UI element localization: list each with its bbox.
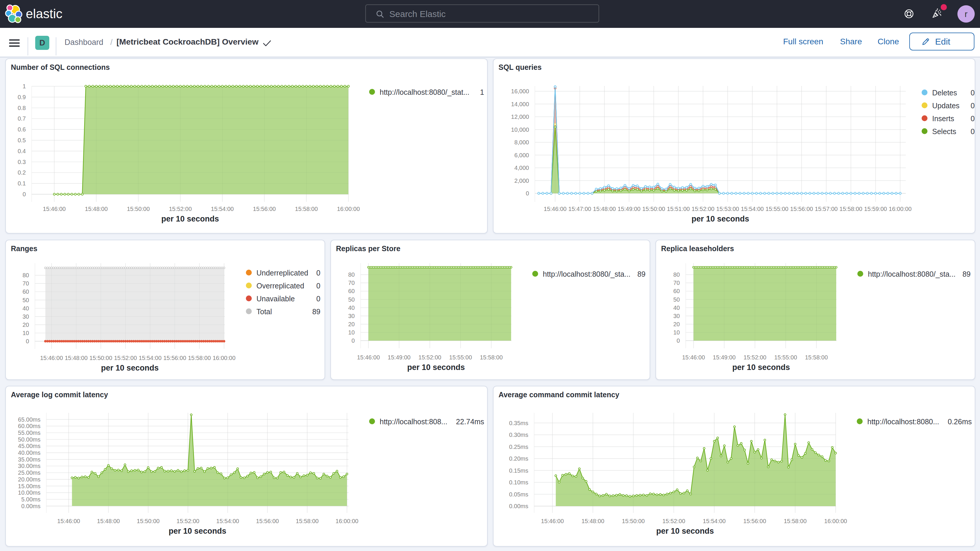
svg-text:70: 70 bbox=[673, 280, 680, 286]
svg-text:20: 20 bbox=[348, 321, 355, 327]
svg-text:4,000: 4,000 bbox=[514, 165, 529, 171]
svg-text:0.2: 0.2 bbox=[18, 169, 26, 176]
svg-text:0.1: 0.1 bbox=[18, 180, 26, 186]
svg-text:http://localhost:808...: http://localhost:808... bbox=[380, 417, 447, 426]
svg-text:80: 80 bbox=[673, 271, 680, 278]
svg-text:1: 1 bbox=[480, 88, 484, 96]
svg-text:0: 0 bbox=[316, 295, 320, 303]
svg-text:16:00:00: 16:00:00 bbox=[889, 205, 912, 212]
svg-text:15:56:00: 15:56:00 bbox=[256, 518, 279, 524]
svg-text:0.30ms: 0.30ms bbox=[509, 432, 528, 438]
svg-text:50: 50 bbox=[673, 296, 680, 303]
svg-text:15:52:00: 15:52:00 bbox=[114, 355, 137, 361]
svg-text:Number of SQL connections: Number of SQL connections bbox=[11, 63, 110, 71]
svg-text:15:49:00: 15:49:00 bbox=[388, 354, 410, 361]
svg-text:Selects: Selects bbox=[932, 127, 956, 135]
svg-text:0.3: 0.3 bbox=[18, 159, 26, 165]
svg-text:15:46:00: 15:46:00 bbox=[57, 518, 80, 524]
svg-text:0.25ms: 0.25ms bbox=[509, 444, 528, 450]
svg-text:15:46:00: 15:46:00 bbox=[43, 205, 66, 212]
svg-text:15:56:00: 15:56:00 bbox=[253, 205, 276, 212]
svg-text:15:46:00: 15:46:00 bbox=[40, 355, 63, 361]
svg-text:15:50:00: 15:50:00 bbox=[137, 518, 160, 524]
svg-text:15:56:00: 15:56:00 bbox=[790, 205, 813, 212]
svg-text:10: 10 bbox=[22, 330, 29, 336]
svg-text:http://localhost:8080/_sta...: http://localhost:8080/_sta... bbox=[543, 270, 630, 278]
svg-text:0.26ms: 0.26ms bbox=[948, 417, 972, 426]
svg-text:15:52:00: 15:52:00 bbox=[418, 354, 441, 361]
svg-text:0: 0 bbox=[316, 282, 320, 290]
svg-text:25.00ms: 25.00ms bbox=[18, 470, 40, 476]
svg-text:15:56:00: 15:56:00 bbox=[164, 355, 186, 361]
svg-text:60: 60 bbox=[348, 288, 355, 294]
svg-text:15:48:00: 15:48:00 bbox=[97, 518, 120, 524]
svg-text:20: 20 bbox=[673, 321, 680, 327]
svg-text:16:00:00: 16:00:00 bbox=[213, 355, 235, 361]
svg-text:0.00ms: 0.00ms bbox=[21, 503, 40, 510]
svg-text:0: 0 bbox=[970, 89, 975, 97]
svg-text:15:50:00: 15:50:00 bbox=[89, 355, 112, 361]
svg-text:15:48:00: 15:48:00 bbox=[65, 355, 88, 361]
svg-text:15:54:00: 15:54:00 bbox=[741, 205, 764, 212]
svg-text:15:46:00: 15:46:00 bbox=[357, 354, 380, 361]
svg-text:5.00ms: 5.00ms bbox=[21, 496, 40, 503]
svg-text:15:50:00: 15:50:00 bbox=[642, 205, 665, 212]
svg-text:80: 80 bbox=[348, 271, 355, 278]
svg-text:15:52:00: 15:52:00 bbox=[692, 205, 714, 212]
svg-text:15:58:00: 15:58:00 bbox=[296, 518, 319, 524]
svg-text:16:00:00: 16:00:00 bbox=[336, 518, 358, 524]
svg-text:70: 70 bbox=[348, 280, 355, 286]
svg-text:50: 50 bbox=[348, 296, 355, 303]
svg-text:15:56:00: 15:56:00 bbox=[743, 518, 766, 524]
svg-text:16:00:00: 16:00:00 bbox=[337, 205, 360, 212]
svg-text:15:52:00: 15:52:00 bbox=[662, 518, 685, 524]
svg-text:15:47:00: 15:47:00 bbox=[568, 205, 591, 212]
svg-text:15:46:00: 15:46:00 bbox=[682, 354, 705, 361]
svg-text:0.6: 0.6 bbox=[18, 126, 26, 133]
svg-text:Total: Total bbox=[256, 307, 272, 316]
svg-text:1: 1 bbox=[22, 83, 26, 89]
svg-text:30.00ms: 30.00ms bbox=[18, 463, 40, 469]
svg-text:15:54:00: 15:54:00 bbox=[216, 518, 239, 524]
svg-text:20: 20 bbox=[22, 322, 29, 328]
svg-text:15:52:00: 15:52:00 bbox=[743, 354, 767, 361]
svg-text:0.5: 0.5 bbox=[18, 137, 26, 143]
svg-text:30: 30 bbox=[22, 313, 29, 320]
svg-text:15:48:00: 15:48:00 bbox=[593, 205, 616, 212]
svg-text:0.15ms: 0.15ms bbox=[509, 467, 528, 474]
svg-text:22.74ms: 22.74ms bbox=[456, 417, 484, 426]
svg-text:16,000: 16,000 bbox=[511, 88, 529, 94]
svg-text:0: 0 bbox=[26, 338, 29, 344]
svg-text:60: 60 bbox=[22, 288, 29, 295]
svg-text:15:51:00: 15:51:00 bbox=[667, 205, 690, 212]
svg-text:per 10 seconds: per 10 seconds bbox=[101, 363, 159, 372]
svg-text:40: 40 bbox=[348, 304, 355, 311]
svg-text:15:50:00: 15:50:00 bbox=[127, 205, 150, 212]
svg-text:15:59:00: 15:59:00 bbox=[864, 205, 887, 212]
svg-text:15:53:00: 15:53:00 bbox=[716, 205, 739, 212]
svg-text:0.9: 0.9 bbox=[18, 94, 26, 100]
svg-text:2,000: 2,000 bbox=[514, 177, 529, 184]
svg-text:10.00ms: 10.00ms bbox=[18, 489, 40, 496]
svg-text:15:49:00: 15:49:00 bbox=[617, 205, 641, 212]
svg-text:70: 70 bbox=[22, 280, 29, 287]
svg-text:14,000: 14,000 bbox=[511, 101, 529, 107]
svg-text:0: 0 bbox=[970, 102, 975, 110]
svg-text:15:58:00: 15:58:00 bbox=[295, 205, 318, 212]
svg-text:per 10 seconds: per 10 seconds bbox=[692, 215, 749, 223]
svg-text:15:58:00: 15:58:00 bbox=[480, 354, 503, 361]
svg-text:0: 0 bbox=[352, 338, 355, 344]
svg-text:89: 89 bbox=[963, 270, 970, 278]
svg-text:6,000: 6,000 bbox=[514, 152, 529, 158]
svg-text:60: 60 bbox=[673, 288, 680, 294]
svg-text:per 10 seconds: per 10 seconds bbox=[161, 215, 219, 223]
svg-text:SQL queries: SQL queries bbox=[498, 63, 542, 71]
svg-text:15:49:00: 15:49:00 bbox=[713, 354, 736, 361]
svg-text:Average log commit latency: Average log commit latency bbox=[11, 390, 108, 399]
svg-text:0.8: 0.8 bbox=[18, 105, 26, 111]
svg-text:0.00ms: 0.00ms bbox=[509, 503, 528, 510]
svg-text:Average command commit latency: Average command commit latency bbox=[498, 390, 619, 399]
svg-text:0.10ms: 0.10ms bbox=[509, 479, 528, 486]
svg-text:15:58:00: 15:58:00 bbox=[188, 355, 211, 361]
svg-text:40: 40 bbox=[673, 304, 680, 311]
